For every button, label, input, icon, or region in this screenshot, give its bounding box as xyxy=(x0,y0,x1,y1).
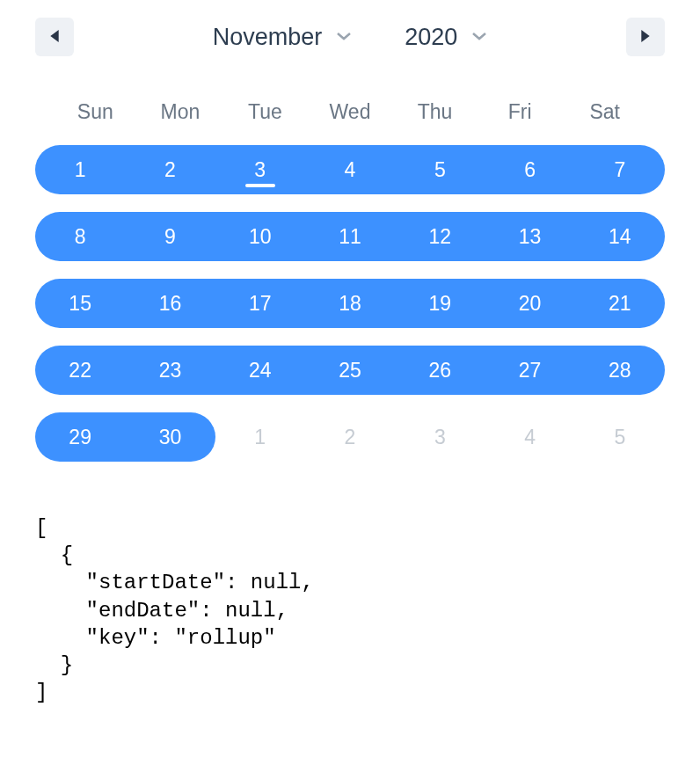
next-month-button[interactable] xyxy=(626,18,665,56)
month-label: November xyxy=(213,24,323,51)
chevron-down-icon xyxy=(471,29,487,45)
week-row: 891011121314 xyxy=(35,212,665,261)
calendar-day[interactable]: 30 xyxy=(125,412,215,462)
calendar-day[interactable]: 28 xyxy=(575,346,665,395)
chevron-down-icon xyxy=(336,29,352,45)
calendar: November 2020 SunMonTueWedThuFriSat 1234… xyxy=(35,18,665,462)
calendar-day[interactable]: 15 xyxy=(35,279,125,328)
prev-month-button[interactable] xyxy=(35,18,74,56)
week-row: 1234567 xyxy=(35,145,665,194)
weekday-label: Wed xyxy=(308,91,393,133)
calendar-day[interactable]: 20 xyxy=(485,279,574,328)
year-selector[interactable]: 2020 xyxy=(405,24,487,51)
calendar-day[interactable]: 19 xyxy=(395,279,485,328)
calendar-day[interactable]: 12 xyxy=(395,212,485,261)
calendar-day[interactable]: 11 xyxy=(305,212,395,261)
calendar-day[interactable]: 27 xyxy=(485,346,574,395)
week-row: 293012345 xyxy=(35,412,665,462)
calendar-day[interactable]: 5 xyxy=(395,145,485,194)
calendar-day[interactable]: 6 xyxy=(485,145,574,194)
calendar-day[interactable]: 22 xyxy=(35,346,125,395)
calendar-day[interactable]: 25 xyxy=(305,346,395,395)
calendar-day[interactable]: 21 xyxy=(575,279,665,328)
calendar-day[interactable]: 23 xyxy=(125,346,215,395)
calendar-grid: 1234567891011121314151617181920212223242… xyxy=(35,145,665,462)
weekday-label: Sun xyxy=(53,91,138,133)
calendar-day[interactable]: 1 xyxy=(215,412,305,462)
triangle-right-icon xyxy=(639,30,652,45)
week-row: 22232425262728 xyxy=(35,346,665,395)
calendar-day[interactable]: 4 xyxy=(485,412,574,462)
calendar-day[interactable]: 2 xyxy=(125,145,215,194)
week-row: 15161718192021 xyxy=(35,279,665,328)
month-selector[interactable]: November xyxy=(213,24,353,51)
calendar-day[interactable]: 3 xyxy=(395,412,485,462)
month-year-selectors: November 2020 xyxy=(213,24,488,51)
calendar-day[interactable]: 13 xyxy=(485,212,574,261)
triangle-left-icon xyxy=(48,30,61,45)
calendar-day[interactable]: 7 xyxy=(575,145,665,194)
weekday-label: Fri xyxy=(478,91,563,133)
calendar-day[interactable]: 8 xyxy=(35,212,125,261)
calendar-day[interactable]: 24 xyxy=(215,346,305,395)
calendar-day[interactable]: 26 xyxy=(395,346,485,395)
calendar-day[interactable]: 4 xyxy=(305,145,395,194)
weekday-label: Tue xyxy=(222,91,308,133)
calendar-day[interactable]: 1 xyxy=(35,145,125,194)
calendar-header: November 2020 xyxy=(35,18,665,65)
weekday-label: Mon xyxy=(138,91,223,133)
weekday-label: Sat xyxy=(562,91,647,133)
calendar-day[interactable]: 9 xyxy=(125,212,215,261)
calendar-day[interactable]: 14 xyxy=(575,212,665,261)
calendar-day[interactable]: 16 xyxy=(125,279,215,328)
code-output: [ { "startDate": null, "endDate": null, … xyxy=(35,514,665,706)
weekday-row: SunMonTueWedThuFriSat xyxy=(35,91,665,133)
calendar-day[interactable]: 18 xyxy=(305,279,395,328)
calendar-day[interactable]: 5 xyxy=(575,412,665,462)
calendar-day[interactable]: 2 xyxy=(305,412,395,462)
year-label: 2020 xyxy=(405,24,457,51)
calendar-day[interactable]: 17 xyxy=(215,279,305,328)
calendar-day[interactable]: 29 xyxy=(35,412,125,462)
calendar-day[interactable]: 10 xyxy=(215,212,305,261)
weekday-label: Thu xyxy=(392,91,478,133)
calendar-day[interactable]: 3 xyxy=(215,145,305,194)
